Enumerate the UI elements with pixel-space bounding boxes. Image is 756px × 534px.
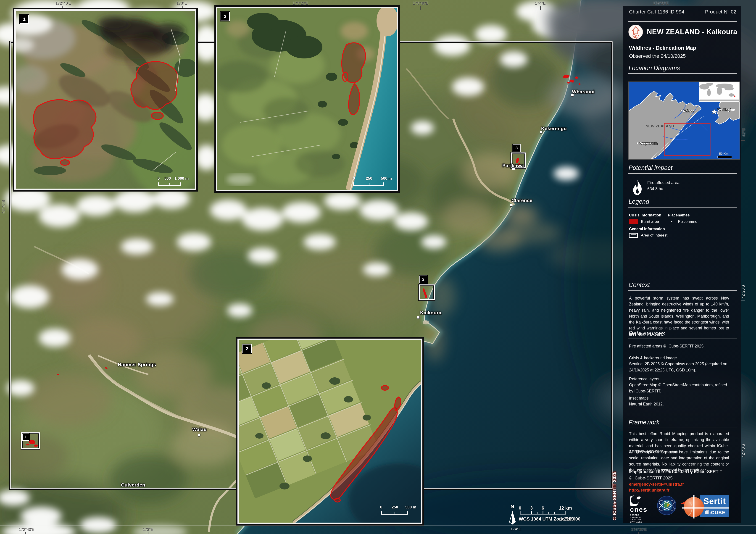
vertical-copyright: © ICube-SERTIT 2025 — [612, 469, 617, 522]
section-framework: Framework — [629, 419, 660, 426]
placename-dot — [540, 131, 543, 134]
scalebar-0: 0 — [519, 505, 521, 511]
cnes-subline-2: D'ÉTUDES SPATIALES — [630, 519, 648, 523]
legend-placename-bullet: • — [671, 219, 672, 224]
impact-label: Fire affected area — [647, 180, 680, 185]
inset-map-2 — [237, 338, 422, 524]
inset-2-scalebar: 0 250 500 m — [374, 505, 418, 516]
coord-label-bottom: 174°E — [511, 527, 521, 531]
section-location-diagrams: Location Diagrams — [629, 65, 680, 72]
world-inset-aoi-dot — [734, 96, 736, 97]
coord-label-top: 173°40'E — [413, 1, 429, 6]
coord-label-top: 173°E — [176, 1, 187, 6]
observed-date: Observed the 24/10/2025 — [629, 53, 686, 59]
placename-kaikoura: Kaikoura — [420, 310, 441, 315]
inset-map-3 — [216, 7, 398, 191]
cnes-crescent-icon — [630, 495, 643, 506]
section-legend: Legend — [629, 198, 649, 205]
placename-dot — [417, 316, 420, 319]
scale-tick: 500 m — [405, 505, 416, 510]
fire-icon — [630, 178, 645, 196]
scalebar-6: 6 — [542, 505, 544, 511]
placename-waiau: Waiau — [192, 427, 207, 432]
scalebar-12km: 12 km — [559, 505, 572, 511]
placename-dot — [512, 167, 515, 170]
placename-kekerengu: Kekerengu — [541, 126, 567, 131]
legend-general-title: General Information — [629, 227, 665, 231]
legend-burnt-label: Burnt area — [641, 219, 659, 224]
logo-row: cnes CENTRE NATIONAL D'ÉTUDES SPATIALES — [623, 494, 742, 522]
scale-tick: 0 — [353, 176, 355, 181]
inset-3-badge: 3 — [221, 12, 230, 21]
disasters-charter-logo — [657, 495, 677, 515]
scale-tick: 250 — [392, 505, 398, 510]
copyright-line: © ICube-SERTIT 2025 — [629, 475, 673, 481]
coord-label-right: 42°S — [742, 125, 746, 139]
placename-wharanui: Wharanui — [572, 89, 595, 94]
cnes-logo: cnes CENTRE NATIONAL D'ÉTUDES SPATIALES — [630, 495, 648, 523]
placename-hanmer-springs: Hanmer Springs — [118, 362, 156, 367]
scale-tick: 1 000 m — [175, 176, 189, 181]
placename-culverden: Culverden — [121, 482, 145, 488]
inset-2-badge: 2 — [242, 344, 252, 353]
scale-tick: 0 — [157, 176, 160, 181]
icube-wordmark: iCUBE — [710, 510, 725, 515]
scale-ratio-label: 1:210 000 — [560, 517, 580, 522]
coord-label-bottom: 173°E — [143, 527, 153, 532]
impact-value: 634.8 ha — [647, 187, 663, 191]
coord-label-top: 174°E — [535, 1, 546, 6]
legend-placename-label: Placename — [678, 219, 697, 224]
scale-tick: 500 m — [381, 176, 392, 181]
diagram-scale-label: 50 Km — [719, 152, 729, 155]
coord-label-bottom: 174°20'E — [631, 527, 647, 532]
contact-email-link[interactable]: emergency-sertit@unistra.fr — [629, 482, 684, 487]
placename-clarence: Clarence — [511, 198, 532, 203]
scale-tick: 250 — [366, 176, 372, 181]
section-context: Context — [629, 281, 650, 289]
legend-crisis-title: Crisis Information — [629, 213, 661, 217]
inset-1-scalebar: 0 500 1 000 m — [151, 176, 192, 187]
sertit-wordmark: Sertit — [704, 496, 726, 506]
scalebar-3: 3 — [530, 505, 533, 511]
inset-3-scalebar: 0 250 500 m — [347, 176, 393, 187]
section-potential-impact: Potential impact — [629, 164, 672, 172]
website-link[interactable]: http://sertit.unistra.fr — [629, 488, 669, 493]
produced-line: Map produced the 25/10/2025 by ICube-SER… — [629, 469, 722, 474]
source-reference-layers: Reference layers OpenStreetMap © OpenStr… — [629, 376, 729, 394]
source-fire-areas: Fire affected areas © ICube-SERTIT 2025. — [629, 343, 729, 349]
location-diagram: Nelson Greymouth Wellington NEW ZEALAND — [629, 82, 740, 159]
map-sheet: 1 3 2 1 2 3 0 500 1 000 m 0 250 500 m 0 … — [0, 0, 756, 534]
coord-label-top: 174°20'E — [653, 1, 669, 6]
extent-box-3-badge: 3 — [513, 144, 521, 152]
placename-dot — [198, 434, 201, 437]
diagram-label-wellington: Wellington — [718, 108, 735, 112]
inset-1-badge: 1 — [20, 14, 29, 24]
cnes-wordmark: cnes — [630, 506, 648, 513]
coord-label-bottom: 172°40'E — [19, 527, 35, 532]
source-crisis-image: Crisis & background image Sentinel-2B 20… — [629, 355, 729, 373]
scale-tick: 500 — [164, 176, 171, 181]
map-subtitle: Wildfires - Delineation Map — [629, 45, 696, 51]
sertit-house-logo-icon — [628, 24, 643, 40]
scale-tick: 0 — [380, 505, 382, 510]
source-inset-maps: Inset maps Natural Earth 2012. — [629, 395, 729, 407]
coord-label-top: 172°40'E — [56, 1, 71, 6]
coord-label-left: 42°40'S — [1, 198, 6, 216]
icube-cube-icon — [705, 511, 708, 514]
sertit-logo: Sertit iCUBE — [680, 495, 730, 519]
burnt-area-swatch — [629, 219, 638, 224]
coord-label-right: 42°20'S — [741, 283, 746, 301]
map-title-block: NEW ZEALAND - Kaikoura — [628, 24, 737, 40]
placename-dot — [510, 204, 512, 207]
legend-placenames-title: Placenames — [668, 213, 689, 217]
legend-aoi-label: Area of Interest — [641, 233, 667, 238]
charter-call-label: Charter Call 1136 ID 994 — [629, 9, 684, 15]
world-inset-map — [699, 82, 740, 102]
diagram-label-nelson: Nelson — [683, 109, 694, 113]
section-data-sources: Data sources — [629, 330, 665, 337]
extent-box-2-badge: 2 — [419, 276, 427, 283]
extent-box-1-badge: 1 — [22, 434, 29, 441]
placename-dot — [571, 94, 574, 96]
info-panel: Charter Call 1136 ID 994 Product N° 02 N… — [623, 6, 742, 523]
diagram-label-country: NEW ZEALAND — [645, 124, 674, 128]
